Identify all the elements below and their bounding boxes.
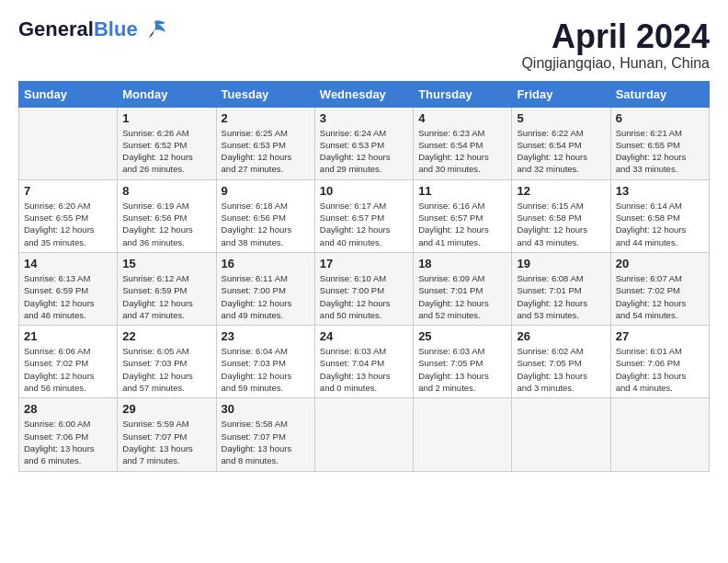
day-number: 20 xyxy=(616,257,704,270)
day-number: 22 xyxy=(122,329,210,343)
day-info: Sunrise: 6:17 AM Sunset: 6:57 PM Dayligh… xyxy=(320,200,408,248)
day-cell: 21Sunrise: 6:06 AM Sunset: 7:02 PM Dayli… xyxy=(19,326,118,398)
day-info: Sunrise: 6:24 AM Sunset: 6:53 PM Dayligh… xyxy=(320,127,408,176)
day-info: Sunrise: 6:14 AM Sunset: 6:58 PM Dayligh… xyxy=(616,200,704,248)
day-cell: 1Sunrise: 6:26 AM Sunset: 6:52 PM Daylig… xyxy=(118,107,216,179)
day-number: 4 xyxy=(418,111,506,125)
column-header-friday: Friday xyxy=(512,81,610,107)
day-cell: 24Sunrise: 6:03 AM Sunset: 7:04 PM Dayli… xyxy=(314,326,413,398)
day-cell: 4Sunrise: 6:23 AM Sunset: 6:54 PM Daylig… xyxy=(414,107,512,179)
page-header: GeneralBlue April 2024 Qingjiangqiao, Hu… xyxy=(18,18,710,72)
day-info: Sunrise: 6:25 AM Sunset: 6:53 PM Dayligh… xyxy=(222,127,310,176)
day-cell: 30Sunrise: 5:58 AM Sunset: 7:07 PM Dayli… xyxy=(216,398,314,471)
day-number: 8 xyxy=(122,184,210,198)
day-info: Sunrise: 6:19 AM Sunset: 6:56 PM Dayligh… xyxy=(122,200,210,248)
day-info: Sunrise: 6:22 AM Sunset: 6:54 PM Dayligh… xyxy=(517,127,605,176)
day-number: 16 xyxy=(222,257,310,270)
calendar-body: 1Sunrise: 6:26 AM Sunset: 6:52 PM Daylig… xyxy=(19,107,710,471)
day-info: Sunrise: 6:13 AM Sunset: 6:59 PM Dayligh… xyxy=(24,272,112,321)
logo-text: GeneralBlue xyxy=(18,18,138,40)
day-cell: 9Sunrise: 6:18 AM Sunset: 6:56 PM Daylig… xyxy=(216,179,314,252)
day-cell: 22Sunrise: 6:05 AM Sunset: 7:03 PM Dayli… xyxy=(118,326,216,398)
day-cell xyxy=(512,398,610,471)
day-info: Sunrise: 6:01 AM Sunset: 7:06 PM Dayligh… xyxy=(616,345,704,394)
day-cell: 5Sunrise: 6:22 AM Sunset: 6:54 PM Daylig… xyxy=(512,107,610,179)
day-cell: 14Sunrise: 6:13 AM Sunset: 6:59 PM Dayli… xyxy=(19,252,118,325)
day-cell: 6Sunrise: 6:21 AM Sunset: 6:55 PM Daylig… xyxy=(610,107,709,179)
day-cell: 17Sunrise: 6:10 AM Sunset: 7:00 PM Dayli… xyxy=(314,252,413,325)
day-info: Sunrise: 6:23 AM Sunset: 6:54 PM Dayligh… xyxy=(418,127,506,176)
day-cell xyxy=(610,398,709,471)
column-header-saturday: Saturday xyxy=(610,81,709,107)
day-number: 17 xyxy=(320,257,408,270)
day-info: Sunrise: 6:09 AM Sunset: 7:01 PM Dayligh… xyxy=(418,272,506,321)
day-number: 28 xyxy=(24,402,112,416)
day-info: Sunrise: 6:00 AM Sunset: 7:06 PM Dayligh… xyxy=(24,418,112,466)
day-cell: 19Sunrise: 6:08 AM Sunset: 7:01 PM Dayli… xyxy=(512,252,610,325)
day-number: 3 xyxy=(320,111,408,125)
day-cell: 28Sunrise: 6:00 AM Sunset: 7:06 PM Dayli… xyxy=(19,398,118,471)
day-number: 2 xyxy=(222,111,310,125)
day-cell: 25Sunrise: 6:03 AM Sunset: 7:05 PM Dayli… xyxy=(414,326,512,398)
day-cell xyxy=(19,107,118,179)
column-header-thursday: Thursday xyxy=(414,81,512,107)
day-number: 14 xyxy=(24,257,112,270)
day-info: Sunrise: 6:11 AM Sunset: 7:00 PM Dayligh… xyxy=(222,272,310,321)
day-info: Sunrise: 5:58 AM Sunset: 7:07 PM Dayligh… xyxy=(222,418,310,466)
week-row-4: 21Sunrise: 6:06 AM Sunset: 7:02 PM Dayli… xyxy=(19,326,710,398)
subtitle: Qingjiangqiao, Hunan, China xyxy=(521,55,710,72)
day-number: 15 xyxy=(122,257,210,270)
column-header-wednesday: Wednesday xyxy=(314,81,413,107)
day-info: Sunrise: 6:05 AM Sunset: 7:03 PM Dayligh… xyxy=(122,345,210,394)
day-info: Sunrise: 5:59 AM Sunset: 7:07 PM Dayligh… xyxy=(122,418,210,466)
day-info: Sunrise: 6:12 AM Sunset: 6:59 PM Dayligh… xyxy=(122,272,210,321)
day-info: Sunrise: 6:10 AM Sunset: 7:00 PM Dayligh… xyxy=(320,272,408,321)
day-info: Sunrise: 6:26 AM Sunset: 6:52 PM Dayligh… xyxy=(122,127,210,176)
day-info: Sunrise: 6:06 AM Sunset: 7:02 PM Dayligh… xyxy=(24,345,112,394)
day-cell: 29Sunrise: 5:59 AM Sunset: 7:07 PM Dayli… xyxy=(118,398,216,471)
day-cell: 11Sunrise: 6:16 AM Sunset: 6:57 PM Dayli… xyxy=(414,179,512,252)
day-number: 23 xyxy=(222,329,310,343)
day-number: 7 xyxy=(24,184,112,198)
day-info: Sunrise: 6:18 AM Sunset: 6:56 PM Dayligh… xyxy=(222,200,310,248)
day-info: Sunrise: 6:03 AM Sunset: 7:04 PM Dayligh… xyxy=(320,345,408,394)
day-cell: 13Sunrise: 6:14 AM Sunset: 6:58 PM Dayli… xyxy=(610,179,709,252)
main-title: April 2024 xyxy=(521,18,710,55)
day-cell: 16Sunrise: 6:11 AM Sunset: 7:00 PM Dayli… xyxy=(216,252,314,325)
day-number: 12 xyxy=(517,184,605,198)
day-cell xyxy=(314,398,413,471)
day-cell xyxy=(414,398,512,471)
day-info: Sunrise: 6:07 AM Sunset: 7:02 PM Dayligh… xyxy=(616,272,704,321)
week-row-2: 7Sunrise: 6:20 AM Sunset: 6:55 PM Daylig… xyxy=(19,179,710,252)
week-row-5: 28Sunrise: 6:00 AM Sunset: 7:06 PM Dayli… xyxy=(19,398,710,471)
day-cell: 10Sunrise: 6:17 AM Sunset: 6:57 PM Dayli… xyxy=(314,179,413,252)
day-number: 25 xyxy=(418,329,506,343)
day-info: Sunrise: 6:20 AM Sunset: 6:55 PM Dayligh… xyxy=(24,200,112,248)
day-number: 5 xyxy=(517,111,605,125)
day-info: Sunrise: 6:08 AM Sunset: 7:01 PM Dayligh… xyxy=(517,272,605,321)
day-cell: 3Sunrise: 6:24 AM Sunset: 6:53 PM Daylig… xyxy=(314,107,413,179)
day-cell: 20Sunrise: 6:07 AM Sunset: 7:02 PM Dayli… xyxy=(610,252,709,325)
day-number: 26 xyxy=(517,329,605,343)
title-block: April 2024 Qingjiangqiao, Hunan, China xyxy=(521,18,710,72)
day-number: 6 xyxy=(616,111,704,125)
day-cell: 15Sunrise: 6:12 AM Sunset: 6:59 PM Dayli… xyxy=(118,252,216,325)
day-cell: 2Sunrise: 6:25 AM Sunset: 6:53 PM Daylig… xyxy=(216,107,314,179)
day-number: 21 xyxy=(24,329,112,343)
column-header-tuesday: Tuesday xyxy=(216,81,314,107)
day-number: 11 xyxy=(418,184,506,198)
day-info: Sunrise: 6:15 AM Sunset: 6:58 PM Dayligh… xyxy=(517,200,605,248)
day-number: 10 xyxy=(320,184,408,198)
week-row-3: 14Sunrise: 6:13 AM Sunset: 6:59 PM Dayli… xyxy=(19,252,710,325)
calendar-header-row: SundayMondayTuesdayWednesdayThursdayFrid… xyxy=(19,81,710,107)
day-cell: 8Sunrise: 6:19 AM Sunset: 6:56 PM Daylig… xyxy=(118,179,216,252)
day-info: Sunrise: 6:16 AM Sunset: 6:57 PM Dayligh… xyxy=(418,200,506,248)
day-number: 19 xyxy=(517,257,605,270)
day-number: 9 xyxy=(222,184,310,198)
week-row-1: 1Sunrise: 6:26 AM Sunset: 6:52 PM Daylig… xyxy=(19,107,710,179)
day-cell: 26Sunrise: 6:02 AM Sunset: 7:05 PM Dayli… xyxy=(512,326,610,398)
day-number: 13 xyxy=(616,184,704,198)
column-header-sunday: Sunday xyxy=(19,81,118,107)
day-info: Sunrise: 6:04 AM Sunset: 7:03 PM Dayligh… xyxy=(222,345,310,394)
day-number: 30 xyxy=(222,402,310,416)
